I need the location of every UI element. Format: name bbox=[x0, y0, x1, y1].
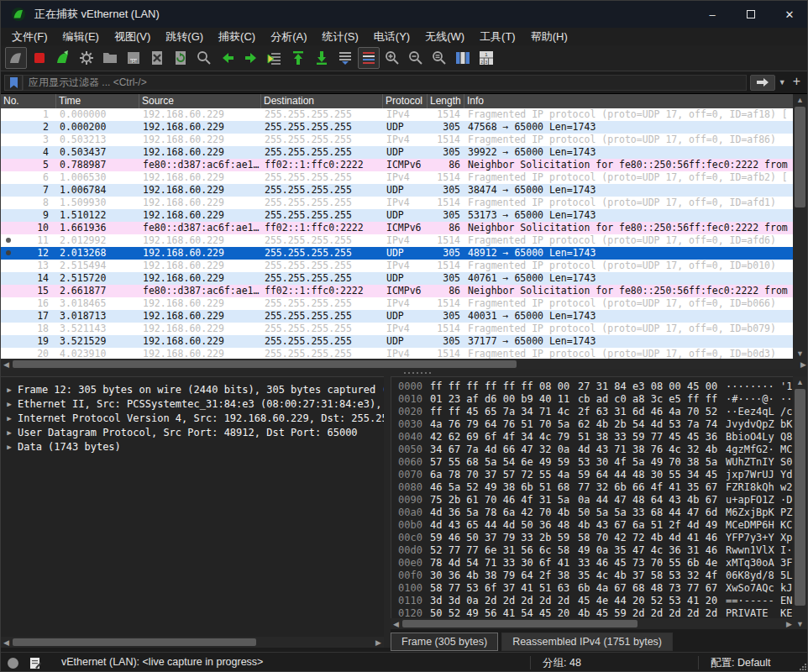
packet-row-18[interactable]: 183.521143192.168.60.229255.255.255.255I… bbox=[1, 323, 795, 335]
save-file-icon[interactable]: 010 bbox=[123, 47, 144, 69]
expand-arrow-icon[interactable]: ▶ bbox=[1, 397, 18, 412]
packet-row-13[interactable]: 132.515494192.168.60.229255.255.255.255I… bbox=[1, 260, 795, 272]
expert-info-icon[interactable] bbox=[8, 658, 18, 669]
hex-row-00f0[interactable]: 00f030 36 4b 38 79 64 2f 3835 4c 4b 37 5… bbox=[391, 570, 795, 582]
hex-row-0020[interactable]: 0020ff ff 45 65 7a 34 71 4c2f 63 31 6d 4… bbox=[391, 406, 795, 418]
menu-item-3[interactable]: 跳转(G) bbox=[158, 28, 211, 45]
go-bottom-icon[interactable] bbox=[311, 47, 333, 69]
menu-item-2[interactable]: 视图(V) bbox=[107, 28, 158, 45]
packet-row-19[interactable]: 193.521529192.168.60.229255.255.255.255U… bbox=[1, 335, 795, 348]
auto-scroll-icon[interactable] bbox=[334, 47, 356, 69]
capture-options-icon[interactable] bbox=[76, 47, 97, 69]
expand-arrow-icon[interactable]: ▶ bbox=[1, 440, 18, 454]
menu-item-4[interactable]: 捕获(C) bbox=[211, 28, 263, 45]
restart-capture-icon[interactable] bbox=[52, 47, 74, 69]
packet-row-2[interactable]: 20.000200192.168.60.229255.255.255.255UD… bbox=[1, 121, 795, 134]
hscroll-thumb[interactable] bbox=[13, 638, 256, 646]
column-header-destination[interactable]: Destination bbox=[261, 94, 383, 108]
byte-tab-0[interactable]: Frame (305 bytes) bbox=[391, 633, 498, 651]
packet-row-8[interactable]: 81.509930192.168.60.229255.255.255.255IP… bbox=[1, 197, 795, 209]
apply-filter-button[interactable] bbox=[750, 75, 775, 91]
expand-arrow-icon[interactable]: ▶ bbox=[1, 426, 18, 440]
zoom-reset-icon[interactable] bbox=[428, 47, 450, 69]
go-to-packet-icon[interactable] bbox=[264, 47, 286, 69]
scroll-right-icon[interactable]: ▶ bbox=[784, 618, 795, 629]
filter-bookmark-icon[interactable] bbox=[4, 75, 23, 91]
menu-item-10[interactable]: 帮助(H) bbox=[523, 28, 575, 45]
expand-arrow-icon[interactable]: ▶ bbox=[1, 412, 18, 426]
hex-row-0000[interactable]: 0000ff ff ff ff ff ff 08 0027 31 84 e3 0… bbox=[391, 381, 795, 393]
scroll-left-icon[interactable]: ◀ bbox=[1, 359, 12, 370]
scroll-left-icon[interactable]: ◀ bbox=[391, 618, 401, 629]
packet-row-10[interactable]: 101.661936fe80::d387:ac6f:ae1…ff02::1:ff… bbox=[1, 222, 795, 234]
hex-row-0030[interactable]: 00304a 76 79 64 76 51 70 5a62 4b 2b 54 4… bbox=[391, 418, 795, 431]
packet-row-15[interactable]: 152.661877fe80::d387:ac6f:ae1…ff02::1:ff… bbox=[1, 285, 795, 297]
column-header-length[interactable]: Length bbox=[428, 94, 464, 108]
menu-item-0[interactable]: 文件(F) bbox=[4, 28, 55, 45]
menu-item-9[interactable]: 工具(T) bbox=[472, 28, 523, 45]
filter-dropdown-caret[interactable]: ▼ bbox=[775, 78, 790, 87]
hscroll-thumb[interactable] bbox=[13, 360, 517, 368]
hex-row-00a0[interactable]: 00a04d 36 5a 78 6a 42 70 4b50 5a 5a 33 6… bbox=[391, 507, 795, 519]
menu-item-5[interactable]: 分析(A) bbox=[263, 28, 314, 45]
close-capture-icon[interactable] bbox=[146, 47, 168, 69]
bytes-vscrollbar[interactable]: ▲ ▼ bbox=[793, 376, 807, 629]
detail-line-2[interactable]: ▶Internet Protocol Version 4, Src: 192.1… bbox=[1, 412, 384, 426]
display-filter-input[interactable] bbox=[23, 75, 747, 91]
vscroll-thumb[interactable] bbox=[795, 107, 805, 207]
scroll-down-icon[interactable]: ▼ bbox=[793, 348, 807, 359]
resize-grip[interactable] bbox=[799, 663, 807, 671]
menu-item-1[interactable]: 编辑(E) bbox=[55, 28, 107, 45]
detail-line-3[interactable]: ▶User Datagram Protocol, Src Port: 48912… bbox=[1, 426, 384, 440]
bottom-vertical-splitter[interactable] bbox=[384, 376, 391, 648]
packet-row-9[interactable]: 91.510122192.168.60.229255.255.255.255UD… bbox=[1, 209, 795, 222]
column-header-protocol[interactable]: Protocol bbox=[383, 94, 428, 108]
details-hscrollbar[interactable]: ◀ ▶ bbox=[1, 637, 384, 648]
hex-row-0070[interactable]: 00706a 78 70 37 57 72 55 4a59 64 44 48 3… bbox=[391, 469, 795, 481]
stop-capture-icon[interactable] bbox=[29, 47, 50, 69]
zoom-out-icon[interactable] bbox=[405, 47, 427, 69]
scroll-up-icon[interactable]: ▲ bbox=[793, 376, 807, 387]
column-header-source[interactable]: Source bbox=[139, 94, 261, 108]
scroll-down-icon[interactable]: ▼ bbox=[793, 618, 807, 629]
column-header-time[interactable]: Time bbox=[56, 94, 139, 108]
go-forward-icon[interactable] bbox=[240, 47, 262, 69]
vscroll-thumb[interactable] bbox=[795, 389, 805, 606]
bytes-hscrollbar[interactable]: ◀ ▶ bbox=[391, 618, 795, 629]
resize-columns-icon[interactable] bbox=[452, 47, 474, 69]
hex-row-0050[interactable]: 005034 67 7a 4d 66 47 32 0a4d 43 71 38 7… bbox=[391, 444, 795, 456]
menu-item-8[interactable]: 无线(W) bbox=[417, 28, 472, 45]
detail-line-4[interactable]: ▶Data (1743 bytes) bbox=[1, 440, 384, 454]
close-button[interactable]: ✕ bbox=[770, 1, 808, 28]
packet-row-4[interactable]: 40.503437192.168.60.229255.255.255.255UD… bbox=[1, 146, 795, 159]
add-filter-button[interactable]: + bbox=[790, 74, 805, 91]
packet-row-17[interactable]: 173.018713192.168.60.229255.255.255.255U… bbox=[1, 310, 795, 323]
hex-row-0060[interactable]: 006057 55 68 5a 54 6e 49 5953 30 4f 5a 4… bbox=[391, 456, 795, 469]
scroll-right-icon[interactable]: ▶ bbox=[798, 359, 808, 370]
detail-line-1[interactable]: ▶Ethernet II, Src: PCSSystemtec_31:84:e3… bbox=[1, 397, 384, 412]
hex-row-00c0[interactable]: 00c059 46 50 37 79 33 2b 5958 70 42 72 4… bbox=[391, 532, 795, 544]
hex-row-0040[interactable]: 004042 62 69 6f 4f 34 4c 7951 38 33 59 7… bbox=[391, 431, 795, 444]
hex-row-0120[interactable]: 012050 52 49 56 41 54 45 204b 45 59 2d 2… bbox=[391, 607, 795, 618]
menu-item-7[interactable]: 电话(Y) bbox=[366, 28, 417, 45]
panes-splitter[interactable] bbox=[1, 370, 808, 376]
capture-comment-icon[interactable] bbox=[29, 657, 41, 669]
start-capture-icon[interactable] bbox=[5, 47, 27, 69]
hex-row-00e0[interactable]: 00e078 4d 54 71 33 30 6f 4133 46 45 73 7… bbox=[391, 557, 795, 570]
hex-row-0090[interactable]: 009075 2b 61 70 46 4f 31 5a0a 44 47 48 6… bbox=[391, 494, 795, 507]
packet-row-20[interactable]: 204.023910192.168.60.229255.255.255.255I… bbox=[1, 348, 795, 359]
detail-line-0[interactable]: ▶Frame 12: 305 bytes on wire (2440 bits)… bbox=[1, 383, 384, 397]
colorize-icon[interactable] bbox=[358, 47, 380, 69]
profile-text[interactable]: 配置: Default bbox=[711, 656, 771, 670]
go-back-icon[interactable] bbox=[217, 47, 239, 69]
packet-row-5[interactable]: 50.788987fe80::d387:ac6f:ae1…ff02::1:ffc… bbox=[1, 159, 795, 171]
find-packet-icon[interactable] bbox=[193, 47, 215, 69]
packet-row-12[interactable]: 122.013268192.168.60.229255.255.255.255U… bbox=[1, 247, 795, 260]
reload-icon[interactable] bbox=[170, 47, 192, 69]
packet-list-vscrollbar[interactable]: ▲ ▼ bbox=[793, 94, 807, 359]
column-header-no[interactable]: No. bbox=[1, 94, 56, 108]
minimize-button[interactable]: – bbox=[693, 1, 732, 28]
packet-row-3[interactable]: 30.503213192.168.60.229255.255.255.255IP… bbox=[1, 134, 795, 146]
scroll-up-icon[interactable]: ▲ bbox=[793, 94, 807, 105]
packet-row-11[interactable]: 112.012992192.168.60.229255.255.255.255I… bbox=[1, 234, 795, 247]
